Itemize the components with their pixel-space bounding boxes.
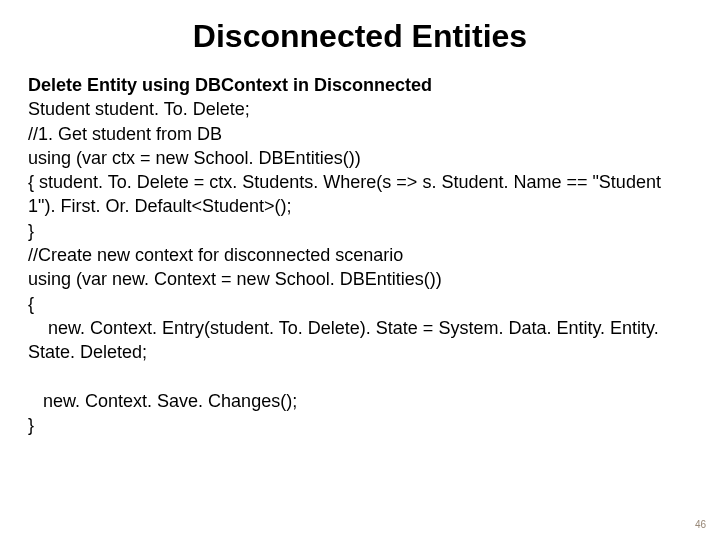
code-line: using (var new. Context = new School. DB… [28,267,692,291]
code-line: Student student. To. Delete; [28,97,692,121]
code-line: { student. To. Delete = ctx. Students. W… [28,170,692,219]
code-line: using (var ctx = new School. DBEntities(… [28,146,692,170]
slide-title: Disconnected Entities [28,18,692,55]
code-line: { [28,292,692,316]
code-line: new. Context. Save. Changes(); [28,389,692,413]
code-line [28,365,692,389]
code-line: //1. Get student from DB [28,122,692,146]
section-subtitle: Delete Entity using DBContext in Disconn… [28,73,692,97]
page-number: 46 [695,519,706,530]
code-line: } [28,219,692,243]
code-line: //Create new context for disconnected sc… [28,243,692,267]
code-line: } [28,413,692,437]
code-line: new. Context. Entry(student. To. Delete)… [28,316,692,365]
